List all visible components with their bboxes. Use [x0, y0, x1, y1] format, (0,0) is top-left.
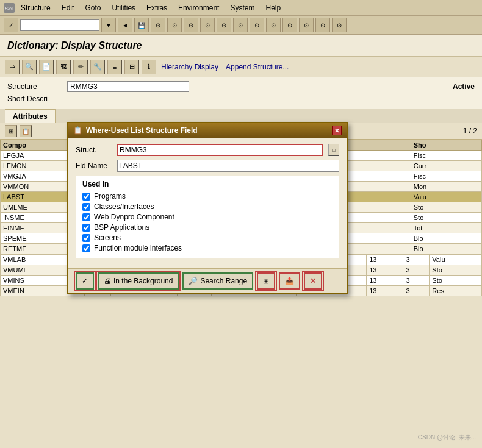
list-icon-btn[interactable]: ⊞: [257, 272, 275, 290]
dialog-body: Struct. □ Fld Name Used in Programs Clas…: [68, 138, 347, 268]
background-btn[interactable]: 🖨 In the Background: [98, 272, 179, 290]
checkbox-label-5: Function module interfaces: [94, 244, 182, 252]
checkbox-item: Screens: [82, 233, 333, 242]
export-btn[interactable]: 📤: [279, 272, 300, 290]
checkbox-label-4: Screens: [94, 233, 121, 242]
dialog-close-btn[interactable]: ✕: [332, 126, 342, 135]
checkbox-item: Function module interfaces: [82, 244, 333, 252]
dialog-cancel-btn[interactable]: ✕: [304, 272, 322, 290]
checkbox-2[interactable]: [82, 213, 90, 221]
checkbox-3[interactable]: [82, 224, 90, 232]
dialog-title-icon: 📋: [73, 126, 82, 135]
checkbox-1[interactable]: [82, 203, 90, 211]
dialog-buttons: ✓ 🖨 In the Background 🔎 Search Range ⊞ 📤…: [68, 268, 347, 293]
dialog-fld-input[interactable]: [117, 160, 339, 172]
dialog-title-bar: 📋 Where-Used List Structure Field ✕: [68, 123, 347, 138]
list-icon: ⊞: [263, 277, 269, 285]
export-icon: 📤: [285, 277, 294, 285]
checkbox-item: Web Dynpro Component: [82, 213, 333, 221]
checkbox-0[interactable]: [82, 193, 90, 201]
execute-btn[interactable]: ✓: [76, 272, 94, 290]
checkbox-item: Classes/Interfaces: [82, 202, 333, 211]
checkboxes-container: Programs Classes/Interfaces Web Dynpro C…: [82, 192, 333, 252]
dialog-title-text: Where-Used List Structure Field: [86, 126, 198, 135]
checkbox-label-2: Web Dynpro Component: [94, 213, 174, 221]
search-range-btn[interactable]: 🔎 Search Range: [182, 272, 253, 290]
dialog-fld-label: Fld Name: [76, 162, 112, 170]
checkbox-label-3: BSP Applications: [94, 223, 149, 232]
used-in-section: Used in Programs Classes/Interfaces Web …: [76, 176, 339, 258]
used-in-title: Used in: [82, 180, 333, 188]
background-label: In the Background: [113, 277, 173, 285]
dialog-struct-label: Struct.: [76, 146, 112, 154]
checkbox-item: BSP Applications: [82, 223, 333, 232]
checkbox-5[interactable]: [82, 244, 90, 252]
dialog-struct-input[interactable]: [117, 144, 323, 156]
execute-icon: ✓: [82, 277, 88, 285]
dialog-overlay: 📋 Where-Used List Structure Field ✕ Stru…: [0, 0, 482, 448]
background-icon: 🖨: [104, 277, 111, 285]
dialog-fldname-row: Fld Name: [76, 160, 339, 172]
search-range-label: Search Range: [200, 277, 247, 285]
checkbox-label-1: Classes/Interfaces: [94, 202, 154, 211]
checkbox-4[interactable]: [82, 234, 90, 242]
checkbox-item: Programs: [82, 192, 333, 201]
where-used-dialog: 📋 Where-Used List Structure Field ✕ Stru…: [67, 122, 348, 294]
dialog-struct-row: Struct. □: [76, 144, 339, 156]
checkbox-label-0: Programs: [94, 192, 126, 201]
dialog-struct-lookup-btn[interactable]: □: [328, 144, 339, 156]
search-range-icon: 🔎: [189, 277, 198, 285]
cancel-icon: ✕: [310, 277, 316, 285]
